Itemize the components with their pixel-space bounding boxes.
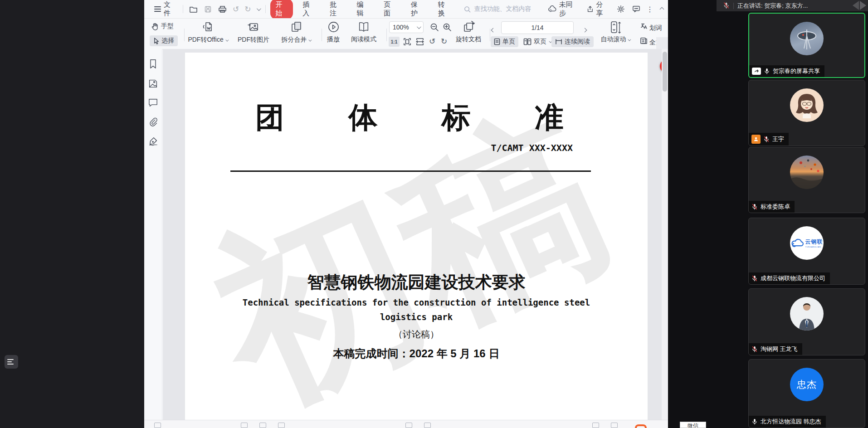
fit-page-icon xyxy=(403,37,412,46)
tab-edit[interactable]: 编辑 xyxy=(352,0,375,19)
save-button[interactable] xyxy=(201,0,215,18)
participant-tile[interactable]: 云钢联 YUNGANGLIAN 成都云钢联物流有限公司 xyxy=(748,218,865,285)
forward-arrow-icon[interactable] xyxy=(860,1,866,10)
continuous-read-button[interactable]: 连续阅读 xyxy=(551,36,594,47)
navigation-sidebar xyxy=(144,49,162,421)
rotate-ccw-button[interactable]: ↺ xyxy=(429,38,435,45)
draft-label: （讨论稿） xyxy=(185,328,648,340)
settings-button[interactable] xyxy=(613,0,629,18)
participant-tile[interactable]: 王宇 xyxy=(748,80,865,146)
participant-tile[interactable]: 贺宗春的屏幕共享 xyxy=(748,13,865,78)
balloons-landscape-avatar xyxy=(790,156,824,189)
participant-tile[interactable]: 标准委陈卓 xyxy=(748,147,865,213)
pdf-to-office-button[interactable]: PDF转Office xyxy=(186,21,229,44)
sync-status-button[interactable]: 未同步 xyxy=(543,0,582,18)
undo-button[interactable]: ↺ xyxy=(230,0,242,18)
document-title: 智慧钢铁物流园建设技术要求 xyxy=(185,271,648,294)
statusbar-icon[interactable] xyxy=(611,423,618,428)
feedback-button[interactable] xyxy=(629,0,644,18)
chevron-left-icon xyxy=(491,28,496,33)
zoom-level-value: 100% xyxy=(393,24,409,31)
auto-scroll-button[interactable]: 自动滚动 xyxy=(598,20,633,44)
split-merge-button[interactable]: 拆分合并 xyxy=(277,21,316,44)
zoom-in-button[interactable] xyxy=(443,23,452,33)
more-menu-button[interactable]: ⋮ xyxy=(644,0,656,18)
participant-tile[interactable]: 淘钢网 王龙飞 xyxy=(748,288,865,355)
quick-tools-dropdown[interactable] xyxy=(254,0,263,18)
document-title-en-line2: logistics park xyxy=(185,312,648,322)
document-canvas[interactable]: 初稿 团 体 标 准 T/CAMT XXX-XXXX 智慧钢铁物流园建设技术要求… xyxy=(163,49,662,420)
window-arrows xyxy=(853,1,866,10)
vertical-scrollbar[interactable]: ▼ xyxy=(662,49,668,428)
collapse-toolbar-button[interactable] xyxy=(656,0,668,18)
double-page-button[interactable]: 双页 xyxy=(521,36,554,47)
redo-button[interactable]: ↻ xyxy=(242,0,254,18)
zoom-in-icon xyxy=(443,23,452,32)
file-menu-button[interactable]: 文件 xyxy=(150,0,180,18)
chevron-right-icon xyxy=(583,28,587,33)
redo-icon: ↻ xyxy=(244,5,251,13)
statusbar-icon[interactable] xyxy=(592,423,599,428)
single-page-label: 单页 xyxy=(502,38,515,46)
auto-scroll-icon xyxy=(610,20,621,34)
rotate-cw-button[interactable]: ↻ xyxy=(441,38,447,45)
print-button[interactable] xyxy=(215,0,230,18)
fit-width-button[interactable] xyxy=(415,37,424,48)
bookmark-icon[interactable] xyxy=(149,59,157,69)
toolbar: 手型 选择 PDF转Office PDF转图片 拆分合并 xyxy=(144,19,668,49)
participant-namebar: 王宇 xyxy=(749,133,789,146)
read-mode-button[interactable]: 阅读模式 xyxy=(347,21,380,44)
statusbar-icon[interactable] xyxy=(259,423,266,428)
statusbar-icon[interactable] xyxy=(405,423,412,428)
avatar: 忠杰 xyxy=(790,368,824,401)
speaking-status-text: 正在讲话: 贺宗春; 京东方... xyxy=(737,2,808,10)
tab-home[interactable]: 开始 xyxy=(270,0,293,19)
avatar-initials: 忠杰 xyxy=(797,378,817,391)
continuous-read-label: 连续阅读 xyxy=(565,38,590,46)
scrollbar-thumb[interactable] xyxy=(663,52,667,92)
open-file-button[interactable] xyxy=(186,0,201,18)
thumbnail-image-icon[interactable] xyxy=(148,79,158,88)
select-tool-label: 选择 xyxy=(161,37,174,45)
next-page-button[interactable] xyxy=(583,26,586,33)
avatar xyxy=(790,156,824,189)
page-indicator-input[interactable]: 1/14 xyxy=(501,21,574,34)
tab-comment[interactable]: 批注 xyxy=(325,0,347,19)
screen: 文件 ↺ ↻ 开始 插入 批注 编辑 页面 保护 转换 xyxy=(0,0,868,428)
zoom-level-select[interactable]: 100% xyxy=(389,21,424,33)
participant-tile[interactable]: 忠杰 北方恒达物流园 韩忠杰 xyxy=(748,359,865,428)
attachment-icon[interactable] xyxy=(148,117,158,126)
statusbar-icon[interactable] xyxy=(424,423,431,428)
pdf-to-office-label: PDF转Office xyxy=(188,36,223,43)
statusbar-icon[interactable] xyxy=(278,423,285,428)
search-input[interactable]: 查找功能、文档内容 xyxy=(464,5,541,13)
statusbar-icon[interactable] xyxy=(154,423,161,428)
pdf-to-image-button[interactable]: PDF转图片 xyxy=(235,21,272,44)
statusbar-icon[interactable] xyxy=(241,423,248,428)
hand-tool-label: 手型 xyxy=(161,22,174,30)
play-button[interactable]: 播放 xyxy=(322,21,345,44)
zoom-out-button[interactable] xyxy=(430,23,439,33)
comments-panel-icon[interactable] xyxy=(148,98,158,107)
double-page-label: 双页 xyxy=(534,38,546,46)
share-icon xyxy=(587,5,594,13)
actual-size-button[interactable]: 1:1 xyxy=(389,37,400,47)
tab-page[interactable]: 页面 xyxy=(379,0,401,19)
rotate-document-button[interactable]: 旋转文档 xyxy=(454,20,483,44)
signature-icon[interactable] xyxy=(148,136,158,146)
tab-convert[interactable]: 转换 xyxy=(433,0,456,19)
share-button[interactable]: 分享 xyxy=(582,0,613,18)
tab-insert[interactable]: 插入 xyxy=(297,0,320,19)
back-arrow-icon[interactable] xyxy=(853,1,859,10)
translate-word-button[interactable]: 划词 xyxy=(640,22,665,32)
participant-namebar: 贺宗春的屏幕共享 xyxy=(749,65,824,77)
desktop-list-widget[interactable] xyxy=(5,355,18,369)
tab-protect[interactable]: 保护 xyxy=(406,0,429,19)
select-tool-button[interactable]: 选择 xyxy=(150,35,178,46)
participant-name: 北方恒达物流园 韩忠杰 xyxy=(761,418,821,426)
fit-page-button[interactable] xyxy=(403,37,412,48)
single-page-button[interactable]: 单页 xyxy=(491,36,518,47)
hand-tool-button[interactable]: 手型 xyxy=(151,22,174,30)
prev-page-button[interactable] xyxy=(492,26,495,33)
double-page-icon xyxy=(523,38,532,45)
